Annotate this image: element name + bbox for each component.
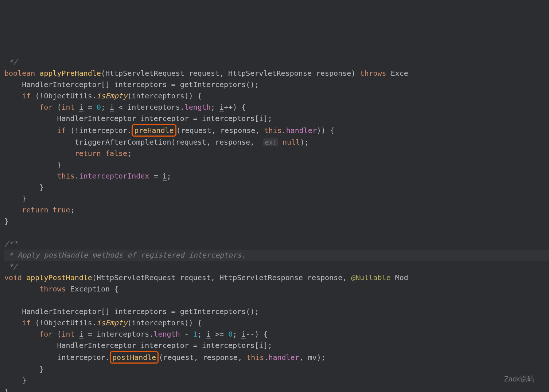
comment-close: */: [4, 58, 17, 66]
code-line: if (!ObjectUtils.isEmpty(interceptors)) …: [4, 318, 202, 327]
code-line: return true;: [4, 205, 75, 214]
code-line: this.interceptorIndex = i;: [4, 172, 171, 181]
code-line: }: [4, 217, 9, 226]
code-line: }: [4, 160, 62, 169]
highlight-posthandle: postHandle: [110, 351, 159, 364]
code-line: boolean applyPreHandle(HttpServletReques…: [4, 69, 408, 78]
code-line: return false;: [4, 149, 132, 158]
javadoc-close: */: [4, 262, 17, 271]
watermark: Zack说码: [504, 373, 534, 385]
code-line: }: [4, 376, 26, 385]
code-line: void applyPostHandle(HttpServletRequest …: [4, 273, 408, 282]
code-line: }: [4, 387, 9, 392]
parameter-hint: ex:: [263, 138, 278, 146]
code-line: }: [4, 183, 44, 192]
code-line: triggerAfterCompletion(request, response…: [4, 138, 309, 146]
javadoc-open: /**: [4, 239, 17, 248]
code-line: for (int i = interceptors.length - 1; i …: [4, 330, 268, 339]
code-line: }: [4, 365, 44, 373]
code-line: throws Exception {: [4, 285, 118, 293]
code-line: HandlerInterceptor[] interceptors = getI…: [4, 80, 259, 89]
code-editor[interactable]: */ boolean applyPreHandle(HttpServletReq…: [4, 45, 549, 392]
code-line: HandlerInterceptor interceptor = interce…: [4, 114, 272, 123]
code-line: for (int i = 0; i < interceptors.length;…: [4, 103, 246, 112]
code-line: interceptor.postHandle(request, response…: [4, 353, 326, 362]
code-line: HandlerInterceptor[] interceptors = getI…: [4, 307, 259, 316]
code-line: if (!ObjectUtils.isEmpty(interceptors)) …: [4, 91, 202, 100]
code-line: HandlerInterceptor interceptor = interce…: [4, 341, 272, 350]
code-line: }: [4, 194, 26, 203]
code-line: if (!interceptor.preHandle(request, resp…: [4, 126, 334, 135]
current-line: * Apply postHandle methods of registered…: [4, 250, 549, 261]
highlight-prehandle: preHandle: [132, 124, 176, 137]
